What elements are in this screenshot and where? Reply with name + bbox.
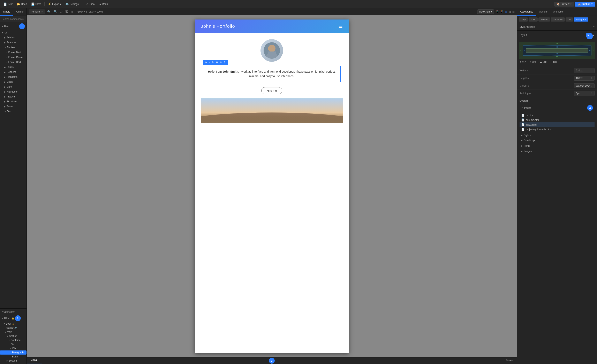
sidebar-item-highlights[interactable]: ▶ Highlights — [0, 75, 26, 79]
javascript-section-toggle[interactable]: ▶ JavaScript — [519, 138, 595, 143]
right-tab-options[interactable]: Options — [536, 8, 550, 15]
page-index[interactable]: 📄 index.html — [519, 122, 595, 127]
zoom-out-button[interactable]: 🔍 — [53, 9, 58, 14]
sidebar-item-features[interactable]: ▶ Features — [0, 40, 26, 45]
mobile-icon[interactable]: 📱 — [495, 10, 499, 14]
tree-main[interactable]: ▶ Main — [0, 330, 26, 334]
tree-div-1[interactable]: Div — [0, 342, 26, 346]
undo-button[interactable]: ↩ Undo — [84, 2, 96, 7]
sidebar-item-articles[interactable]: ▶ Articles — [0, 35, 26, 40]
bottom-tab-styles[interactable]: Styles — [502, 357, 517, 364]
redo-button[interactable]: ↪ Redo — [97, 2, 110, 7]
right-tab-appearance[interactable]: Appearance — [517, 8, 536, 15]
margin-input[interactable]: 0px 0px 30px ▲▼ — [574, 83, 595, 88]
page-selector[interactable]: index.html ▾ — [477, 9, 494, 14]
tree-navbar[interactable]: Navbar 🔗 — [0, 326, 26, 330]
canvas-tab[interactable]: Portfolio ✕ — [29, 9, 45, 14]
margin-box: 0 0 0 0 0 0 0 30 — [519, 42, 595, 59]
height-input[interactable]: 108px ▲▼ — [574, 76, 595, 81]
close-tab-button[interactable]: ✕ — [41, 10, 43, 13]
margin-stepper[interactable]: ▲▼ — [591, 84, 593, 87]
height-stepper[interactable]: ▲▼ — [591, 76, 593, 80]
sidebar-item-user[interactable]: ▶ User 1 — [0, 22, 26, 30]
elem-tab-paragraph[interactable]: Paragraph — [574, 17, 588, 22]
tree-section[interactable]: ▼ Section — [0, 334, 26, 338]
undo-icon: ↩ — [86, 2, 88, 6]
images-section-toggle[interactable]: ▶ Images — [519, 149, 595, 154]
tree-button[interactable]: Button — [0, 355, 26, 359]
settings-button[interactable]: ⚙️ Settings — [64, 2, 80, 7]
desktop-small-icon[interactable]: 🖥 — [504, 10, 507, 14]
elem-tab-body[interactable]: body — [519, 17, 528, 22]
expand-icon[interactable]: ▶ — [527, 69, 528, 72]
tablet-icon[interactable]: 📱 — [500, 10, 504, 14]
save-button[interactable]: 💾 Save — [29, 2, 43, 7]
widescreen-icon[interactable]: 🖥 — [512, 10, 515, 14]
component-icon[interactable]: ⊡ — [219, 61, 222, 64]
sidebar-item-footer-clean[interactable]: ▪ Footer Clean — [0, 55, 26, 60]
page-hire-me[interactable]: 📄 hire-me.html — [519, 118, 595, 122]
styles-section-toggle[interactable]: ▶ Styles — [519, 133, 595, 138]
layers-tool[interactable]: ◈ — [70, 9, 74, 14]
export-button[interactable]: ⚡ Export ▾ — [46, 2, 63, 7]
width-input[interactable]: 510px ▲▼ — [574, 68, 595, 73]
right-tab-animation[interactable]: Animation — [550, 8, 567, 15]
sidebar-item-misc[interactable]: ▶ Misc — [0, 84, 26, 89]
tree-section-2[interactable]: ▶ Section — [0, 359, 26, 363]
tree-div-2[interactable]: ▼ Div — [0, 346, 26, 350]
publish-button[interactable]: 🏰 Publish ▾ — [575, 2, 595, 7]
elem-tab-container[interactable]: Container — [551, 17, 565, 22]
zoom-in-button[interactable]: 🔍 — [46, 9, 52, 14]
sidebar-item-footer-basic[interactable]: ▪ Footer Basic — [0, 50, 26, 55]
edit-icon[interactable]: ✎ — [211, 61, 214, 64]
hire-me-button[interactable]: Hire me — [261, 87, 282, 94]
paragraph-selected[interactable]: ✥ ↑ ✎ ⊞ ⊡ 🗑 Hello! I am John Smith. I wo… — [203, 66, 341, 82]
elem-tab-div[interactable]: Div — [566, 17, 573, 22]
sidebar-item-footers[interactable]: ▼ Footers — [0, 45, 26, 50]
image-tool[interactable]: 🖼 — [64, 9, 69, 14]
sidebar-item-headers[interactable]: ▶ Headers — [0, 69, 26, 75]
sidebar-item-team[interactable]: ▶ Team — [0, 104, 26, 109]
sidebar-item-forms[interactable]: ▶ Forms — [0, 65, 26, 69]
sidebar-item-navigation[interactable]: ▶ Navigation — [0, 89, 26, 94]
open-button[interactable]: 📂 Open — [15, 2, 29, 7]
sidebar-item-media[interactable]: ▶ Media — [0, 79, 26, 84]
fonts-section-toggle[interactable]: ▶ Fonts — [519, 143, 595, 149]
tree-html[interactable]: ▼ HTML 🔒 2 — [0, 315, 26, 322]
width-stepper[interactable]: ▲▼ — [591, 69, 593, 72]
desktop-icon[interactable]: 🖥 — [508, 10, 511, 14]
expand-icon[interactable]: ▶ — [527, 77, 529, 79]
sidebar-item-structure[interactable]: ▶ Structure — [0, 99, 26, 104]
sidebar-item-text[interactable]: ▼ Text — [0, 109, 26, 114]
padding-stepper[interactable]: ▲▼ — [591, 92, 593, 95]
move-icon[interactable]: ✥ — [204, 61, 207, 64]
pages-list: 📄 cv.html 📄 hire-me.html 📄 index.html 📄 … — [519, 112, 595, 133]
tree-container[interactable]: ▼ Container — [0, 338, 26, 342]
collapse-icon[interactable]: ▾ — [593, 26, 595, 28]
sidebar-item-projects[interactable]: ▶ Projects — [0, 94, 26, 99]
tree-paragraph[interactable]: Paragraph — [0, 350, 26, 355]
sidebar-tab-online[interactable]: Online — [13, 8, 27, 15]
page-projects[interactable]: 📄 projects-grid-cards.html — [519, 127, 595, 132]
arrow-icon: ▶ — [2, 25, 3, 28]
new-button[interactable]: 📄 New — [2, 2, 14, 7]
padding-input[interactable]: 0px ▲▼ — [574, 91, 595, 96]
preview-button[interactable]: 🏠 Preview ▾ — [554, 2, 574, 7]
sidebar-item-footer-dark[interactable]: ▪ Footer Dark — [0, 60, 26, 65]
canvas-scroll[interactable]: 6 John's Portfolio ☰ — [27, 15, 517, 357]
page-cv[interactable]: 📄 cv.html — [519, 113, 595, 118]
cursor-tool[interactable]: ⬡ — [59, 9, 63, 14]
sidebar-item-ui[interactable]: ▼ UI — [0, 30, 26, 35]
svg-point-1 — [268, 45, 275, 52]
elem-tab-section[interactable]: Section — [538, 17, 550, 22]
sidebar-tab-studio[interactable]: Studio — [0, 8, 13, 15]
up-icon[interactable]: ↑ — [208, 61, 211, 64]
elem-tab-main[interactable]: Main — [529, 17, 538, 22]
delete-icon[interactable]: 🗑 — [223, 61, 227, 64]
tree-body[interactable]: ▼ Body 🔒 — [0, 322, 26, 326]
bottom-tab-html[interactable]: HTML — [27, 357, 42, 364]
expand-icon[interactable]: ▶ — [528, 85, 530, 87]
copy-icon[interactable]: ⊞ — [215, 61, 218, 64]
expand-icon[interactable]: ▶ — [529, 92, 531, 95]
pages-section-toggle[interactable]: ▼ Pages 4 — [519, 104, 595, 112]
